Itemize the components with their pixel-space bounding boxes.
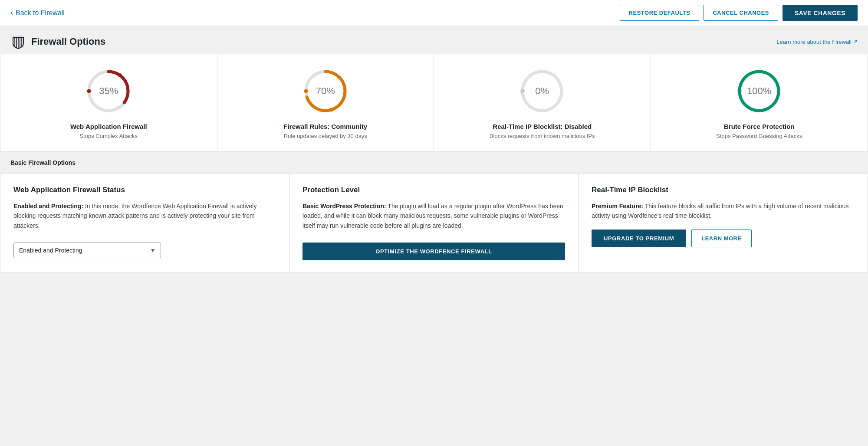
- premium-actions: UPGRADE TO PREMIUM LEARN MORE: [592, 230, 855, 247]
- option-desc-2: Premium Feature: This feature blocks all…: [592, 201, 855, 221]
- option-card-1: Protection Level Basic WordPress Protect…: [289, 174, 579, 272]
- learn-more-button[interactable]: LEARN MORE: [691, 230, 751, 247]
- stat-percent-3: 100%: [747, 85, 771, 97]
- option-title-1: Protection Level: [302, 186, 565, 194]
- svg-point-13: [304, 89, 308, 93]
- stat-card-2: 0% Real-Time IP Blocklist: Disabled Bloc…: [434, 54, 651, 151]
- stat-card-0: 35% Web Application Firewall Stops Compl…: [0, 54, 217, 151]
- options-grid: Web Application Firewall Status Enabled …: [0, 174, 868, 273]
- page-header: Firewall Options Learn more about the Fi…: [0, 26, 868, 54]
- stat-sublabel-1: Rule updates delayed by 30 days: [284, 133, 367, 139]
- section-header: Basic Firewall Options: [0, 152, 868, 174]
- stat-sublabel-2: Blocks requests from known malicious IPs: [490, 133, 595, 139]
- optimize-firewall-button[interactable]: OPTIMIZE THE WORDFENCE FIREWALL: [302, 243, 565, 260]
- back-arrow-icon: ‹: [10, 8, 13, 17]
- stat-percent-2: 0%: [535, 85, 549, 97]
- back-label: Back to Firewall: [16, 9, 65, 17]
- option-desc-1: Basic WordPress Protection: The plugin w…: [302, 201, 565, 230]
- status-select-wrapper: Enabled and ProtectingLearning ModeDisab…: [13, 243, 161, 258]
- stats-grid: 35% Web Application Firewall Stops Compl…: [0, 54, 868, 152]
- stat-percent-1: 70%: [316, 85, 335, 97]
- stat-sublabel-3: Stops Password Guessing Attacks: [716, 133, 802, 139]
- top-bar: ‹ Back to Firewall RESTORE DEFAULTS CANC…: [0, 0, 868, 26]
- option-card-2: Real-Time IP Blocklist Premium Feature: …: [579, 174, 868, 272]
- stat-label-1: Firewall Rules: Community: [283, 123, 367, 130]
- circle-progress-0: 35%: [85, 67, 132, 115]
- cancel-changes-button[interactable]: CANCEL CHANGES: [704, 5, 778, 21]
- learn-more-text: Learn more about the Firewall: [776, 39, 852, 45]
- circle-progress-1: 70%: [302, 67, 349, 115]
- svg-point-15: [521, 89, 525, 93]
- learn-more-link[interactable]: Learn more about the Firewall ↗: [776, 39, 858, 45]
- restore-defaults-button[interactable]: RESTORE DEFAULTS: [620, 5, 700, 21]
- page-title-area: Firewall Options: [10, 34, 105, 49]
- option-title-2: Real-Time IP Blocklist: [592, 186, 855, 194]
- stat-label-0: Web Application Firewall: [70, 123, 147, 130]
- stat-label-3: Brute Force Protection: [724, 123, 795, 130]
- external-link-icon: ↗: [853, 39, 858, 45]
- option-desc-0: Enabled and Protecting: In this mode, th…: [13, 201, 276, 230]
- back-to-firewall-link[interactable]: ‹ Back to Firewall: [10, 8, 65, 17]
- top-bar-actions: RESTORE DEFAULTS CANCEL CHANGES SAVE CHA…: [620, 5, 858, 21]
- stat-card-3: 100% Brute Force Protection Stops Passwo…: [651, 54, 868, 151]
- circle-progress-3: 100%: [735, 67, 783, 115]
- stat-label-2: Real-Time IP Blocklist: Disabled: [493, 123, 592, 130]
- stat-percent-0: 35%: [99, 85, 118, 97]
- stat-card-1: 70% Firewall Rules: Community Rule updat…: [217, 54, 434, 151]
- status-select[interactable]: Enabled and ProtectingLearning ModeDisab…: [13, 243, 161, 258]
- circle-progress-2: 0%: [518, 67, 566, 115]
- upgrade-to-premium-button[interactable]: UPGRADE TO PREMIUM: [592, 230, 686, 247]
- page-title: Firewall Options: [31, 36, 105, 47]
- option-title-0: Web Application Firewall Status: [13, 186, 276, 194]
- option-card-0: Web Application Firewall Status Enabled …: [0, 174, 289, 272]
- stat-sublabel-0: Stops Complex Attacks: [79, 133, 138, 139]
- firewall-shield-icon: [10, 34, 26, 49]
- save-changes-button[interactable]: SAVE CHANGES: [783, 5, 858, 21]
